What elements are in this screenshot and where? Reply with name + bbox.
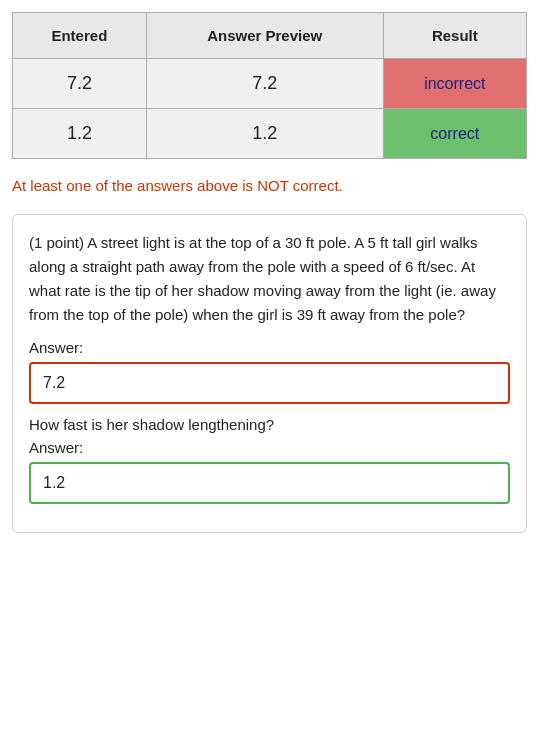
table-row: 7.2 7.2 incorrect <box>13 59 527 109</box>
answer-label-1: Answer: <box>29 339 510 356</box>
entered-value-1: 7.2 <box>13 59 147 109</box>
answer-input-1[interactable] <box>29 362 510 404</box>
entered-value-2: 1.2 <box>13 109 147 159</box>
results-table: Entered Answer Preview Result 7.2 7.2 in… <box>12 12 527 159</box>
result-value-1: incorrect <box>383 59 526 109</box>
error-message: At least one of the answers above is NOT… <box>12 175 527 198</box>
question-text: (1 point) A street light is at the top o… <box>29 231 510 327</box>
preview-value-1: 7.2 <box>146 59 383 109</box>
answer-input-2[interactable] <box>29 462 510 504</box>
result-value-2: correct <box>383 109 526 159</box>
column-header-preview: Answer Preview <box>146 13 383 59</box>
question-box: (1 point) A street light is at the top o… <box>12 214 527 533</box>
preview-value-2: 1.2 <box>146 109 383 159</box>
shadow-question: How fast is her shadow lengthening? <box>29 416 510 433</box>
column-header-result: Result <box>383 13 526 59</box>
column-header-entered: Entered <box>13 13 147 59</box>
table-row: 1.2 1.2 correct <box>13 109 527 159</box>
answer-label-2: Answer: <box>29 439 510 456</box>
